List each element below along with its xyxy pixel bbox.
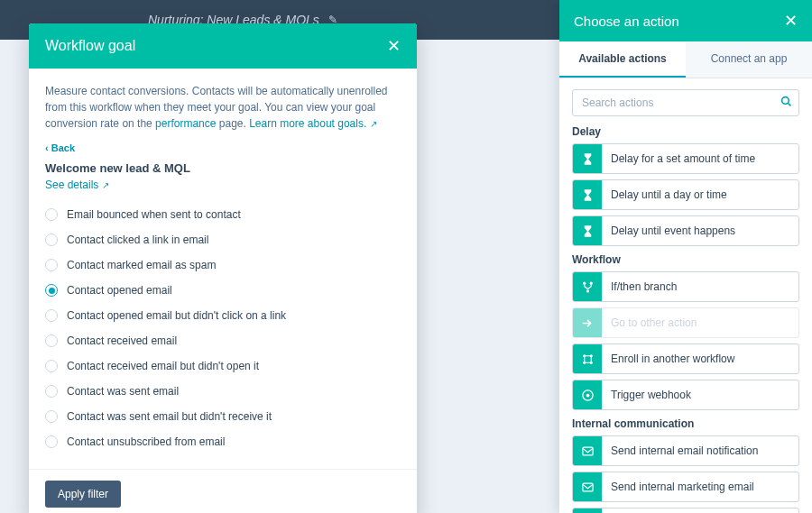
workflow-goal-modal: Workflow goal ✕ Measure contact conversi… bbox=[29, 23, 417, 513]
action-row[interactable]: Delay for a set amount of time bbox=[572, 143, 799, 174]
goal-option-label: Email bounced when sent to contact bbox=[67, 206, 241, 223]
goal-option-label: Contact opened email but didn't click on… bbox=[67, 307, 286, 324]
goal-option-label: Contact received email but didn't open i… bbox=[67, 358, 259, 374]
svg-point-5 bbox=[583, 354, 586, 357]
goal-option-label: Contact was sent email but didn't receiv… bbox=[67, 408, 272, 425]
svg-point-2 bbox=[583, 281, 586, 284]
section-label: Delay bbox=[572, 125, 799, 138]
panel-tabs: Available actions Connect an app bbox=[559, 41, 812, 78]
svg-point-8 bbox=[589, 361, 592, 363]
action-row[interactable]: Trigger webhook bbox=[572, 380, 799, 410]
mail-icon bbox=[573, 436, 602, 465]
action-label: Enroll in another workflow bbox=[602, 353, 743, 365]
goal-option[interactable]: Contact opened email but didn't click on… bbox=[45, 303, 401, 328]
external-link-icon: ↗ bbox=[370, 119, 377, 129]
radio-icon[interactable] bbox=[45, 259, 58, 271]
svg-point-3 bbox=[589, 281, 592, 284]
action-label: Send internal marketing email bbox=[602, 481, 763, 493]
action-row[interactable]: Delay until a day or time bbox=[572, 179, 799, 210]
action-row[interactable]: Send internal marketing email bbox=[572, 472, 799, 502]
svg-point-10 bbox=[586, 393, 589, 397]
radio-icon[interactable] bbox=[45, 385, 58, 398]
goal-option[interactable]: Contact opened email bbox=[45, 278, 401, 303]
mail-icon bbox=[573, 472, 602, 501]
goal-option[interactable]: Contact unsubscribed from email bbox=[45, 429, 401, 454]
radio-icon[interactable] bbox=[45, 334, 58, 347]
goal-option-label: Contact marked email as spam bbox=[67, 257, 216, 273]
goal-subtitle: Welcome new lead & MQL bbox=[45, 160, 401, 178]
action-row[interactable]: Send internal email notification bbox=[572, 435, 799, 466]
modal-body: Measure contact conversions. Contacts wi… bbox=[29, 69, 417, 469]
goal-option-label: Contact clicked a link in email bbox=[67, 232, 208, 248]
search-input[interactable] bbox=[572, 89, 799, 116]
goal-option[interactable]: Contact was sent email bbox=[45, 379, 401, 404]
action-row[interactable]: Send internal SMS bbox=[572, 508, 799, 513]
action-row: Go to other action bbox=[572, 307, 799, 338]
branch-icon bbox=[573, 272, 602, 301]
goal-option[interactable]: Contact was sent email but didn't receiv… bbox=[45, 404, 401, 429]
modal-description-mid: page. bbox=[216, 117, 249, 130]
modal-header: Workflow goal ✕ bbox=[29, 23, 417, 69]
apply-filter-button[interactable]: Apply filter bbox=[45, 481, 121, 508]
see-details-link[interactable]: See details ↗ bbox=[45, 177, 109, 193]
goal-option[interactable]: Contact marked email as spam bbox=[45, 252, 401, 278]
svg-rect-12 bbox=[582, 483, 592, 491]
action-row[interactable]: If/then branch bbox=[572, 271, 799, 302]
section-label: Internal communication bbox=[572, 417, 799, 430]
close-icon[interactable]: ✕ bbox=[387, 36, 401, 56]
panel-header: Choose an action ✕ bbox=[559, 0, 812, 41]
back-link[interactable]: ‹ Back bbox=[45, 141, 75, 156]
webhook-icon bbox=[573, 380, 602, 409]
action-label: Delay until event happens bbox=[602, 224, 744, 237]
goal-option[interactable]: Contact clicked a link in email bbox=[45, 227, 401, 252]
action-label: Delay for a set amount of time bbox=[602, 152, 764, 165]
radio-icon[interactable] bbox=[45, 309, 58, 322]
goal-option-label: Contact unsubscribed from email bbox=[67, 434, 225, 450]
goal-option-label: Contact received email bbox=[67, 333, 177, 349]
action-label: Delay until a day or time bbox=[602, 188, 736, 201]
section-label: Workflow bbox=[572, 253, 799, 266]
svg-rect-11 bbox=[582, 447, 592, 455]
hourglass-icon bbox=[573, 180, 602, 209]
goto-icon bbox=[573, 308, 602, 337]
action-label: Send internal email notification bbox=[602, 444, 767, 457]
radio-icon[interactable] bbox=[45, 208, 58, 221]
action-label: Trigger webhook bbox=[602, 389, 700, 401]
panel-body: DelayDelay for a set amount of timeDelay… bbox=[559, 78, 812, 513]
svg-point-4 bbox=[586, 289, 588, 292]
enroll-icon bbox=[573, 344, 602, 373]
panel-title: Choose an action bbox=[574, 14, 679, 29]
goal-options-list: Email bounced when sent to contactContac… bbox=[45, 200, 401, 462]
action-row[interactable]: Delay until event happens bbox=[572, 215, 799, 246]
radio-icon[interactable] bbox=[45, 435, 58, 448]
external-link-icon: ↗ bbox=[102, 180, 109, 190]
svg-point-6 bbox=[589, 354, 592, 357]
action-panel: Choose an action ✕ Available actions Con… bbox=[559, 0, 812, 513]
goal-option-label: Contact opened email bbox=[67, 282, 172, 298]
sms-icon bbox=[573, 508, 602, 513]
tab-available-actions[interactable]: Available actions bbox=[559, 41, 686, 78]
close-icon[interactable]: ✕ bbox=[784, 11, 798, 31]
learn-more-link[interactable]: Learn more about goals. ↗ bbox=[249, 117, 376, 130]
tab-connect-app[interactable]: Connect an app bbox=[686, 41, 812, 78]
radio-icon[interactable] bbox=[45, 284, 58, 297]
action-row[interactable]: Enroll in another workflow bbox=[572, 344, 799, 374]
radio-icon[interactable] bbox=[45, 360, 58, 372]
modal-footer: Apply filter bbox=[29, 469, 417, 513]
search-wrap bbox=[572, 89, 799, 116]
performance-link[interactable]: performance bbox=[155, 117, 216, 130]
svg-line-1 bbox=[788, 103, 790, 105]
radio-icon[interactable] bbox=[45, 410, 58, 423]
goal-option-label: Contact was sent email bbox=[67, 383, 179, 399]
hourglass-icon bbox=[573, 144, 602, 173]
search-icon[interactable] bbox=[780, 96, 792, 110]
modal-title: Workflow goal bbox=[45, 38, 135, 54]
svg-point-7 bbox=[583, 361, 586, 363]
svg-point-0 bbox=[782, 97, 789, 105]
goal-option[interactable]: Email bounced when sent to contact bbox=[45, 202, 401, 227]
action-label: If/then branch bbox=[602, 280, 686, 293]
action-label: Go to other action bbox=[602, 316, 706, 329]
radio-icon[interactable] bbox=[45, 234, 58, 246]
goal-option[interactable]: Contact received email bbox=[45, 328, 401, 353]
goal-option[interactable]: Contact received email but didn't open i… bbox=[45, 353, 401, 379]
